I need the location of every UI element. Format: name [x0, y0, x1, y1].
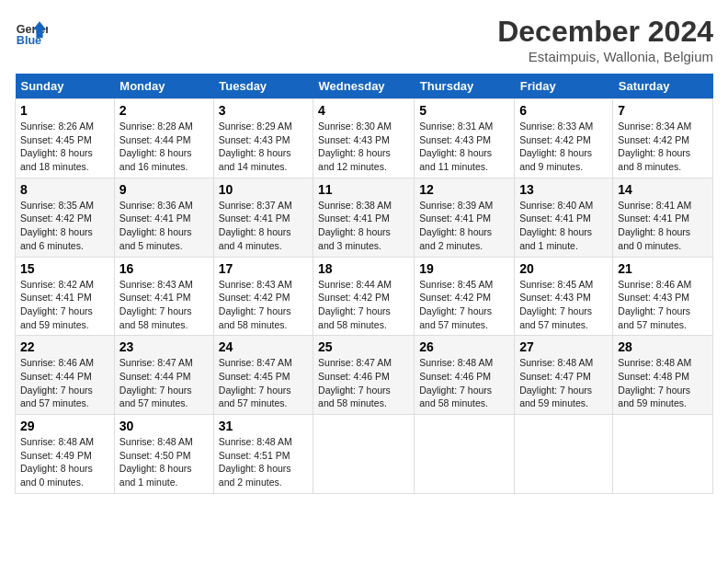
day-number: 5 [419, 103, 509, 118]
day-number: 29 [20, 419, 109, 433]
day-number: 18 [318, 261, 409, 276]
day-info: Sunrise: 8:48 AMSunset: 4:46 PMDaylight:… [419, 357, 493, 408]
day-number: 22 [20, 339, 109, 354]
calendar-cell: 14 Sunrise: 8:41 AMSunset: 4:41 PMDaylig… [613, 178, 713, 257]
day-number: 19 [419, 261, 509, 276]
day-number: 27 [519, 339, 608, 354]
day-info: Sunrise: 8:48 AMSunset: 4:51 PMDaylight:… [219, 436, 292, 488]
header-saturday: Saturday [613, 74, 713, 99]
day-info: Sunrise: 8:48 AMSunset: 4:47 PMDaylight:… [519, 357, 593, 408]
calendar-cell: 27 Sunrise: 8:48 AMSunset: 4:47 PMDaylig… [515, 336, 613, 415]
calendar-cell: 30 Sunrise: 8:48 AMSunset: 4:50 PMDaylig… [114, 415, 213, 494]
calendar-cell: 31 Sunrise: 8:48 AMSunset: 4:51 PMDaylig… [213, 415, 313, 494]
day-info: Sunrise: 8:44 AMSunset: 4:42 PMDaylight:… [318, 279, 392, 330]
header-tuesday: Tuesday [213, 74, 313, 99]
calendar-table: SundayMondayTuesdayWednesdayThursdayFrid… [15, 74, 713, 494]
calendar-cell: 5 Sunrise: 8:31 AMSunset: 4:43 PMDayligh… [415, 99, 515, 178]
day-info: Sunrise: 8:46 AMSunset: 4:44 PMDaylight:… [20, 357, 94, 408]
calendar-cell [415, 415, 515, 494]
day-info: Sunrise: 8:45 AMSunset: 4:43 PMDaylight:… [519, 279, 593, 330]
calendar-cell: 7 Sunrise: 8:34 AMSunset: 4:42 PMDayligh… [613, 99, 713, 178]
calendar-cell: 11 Sunrise: 8:38 AMSunset: 4:41 PMDaylig… [313, 178, 415, 257]
logo: General Blue [15, 15, 48, 48]
header-friday: Friday [515, 74, 613, 99]
calendar-cell: 18 Sunrise: 8:44 AMSunset: 4:42 PMDaylig… [313, 257, 415, 336]
calendar-cell: 15 Sunrise: 8:42 AMSunset: 4:41 PMDaylig… [16, 257, 115, 336]
day-number: 31 [219, 419, 308, 433]
day-info: Sunrise: 8:39 AMSunset: 4:41 PMDaylight:… [419, 200, 493, 251]
calendar-cell: 3 Sunrise: 8:29 AMSunset: 4:43 PMDayligh… [213, 99, 313, 178]
calendar-cell [515, 415, 613, 494]
day-number: 13 [519, 182, 608, 197]
header-thursday: Thursday [415, 74, 515, 99]
day-number: 12 [419, 182, 509, 197]
day-info: Sunrise: 8:37 AMSunset: 4:41 PMDaylight:… [219, 200, 292, 251]
day-info: Sunrise: 8:28 AMSunset: 4:44 PMDaylight:… [119, 121, 193, 172]
day-number: 24 [219, 339, 308, 354]
calendar-cell: 26 Sunrise: 8:48 AMSunset: 4:46 PMDaylig… [415, 336, 515, 415]
page-header: General Blue December 2024 Estaimpuis, W… [15, 15, 713, 64]
day-info: Sunrise: 8:45 AMSunset: 4:42 PMDaylight:… [419, 279, 493, 330]
day-number: 17 [219, 261, 308, 276]
calendar-cell: 22 Sunrise: 8:46 AMSunset: 4:44 PMDaylig… [16, 336, 115, 415]
header-wednesday: Wednesday [313, 74, 415, 99]
calendar-cell: 1 Sunrise: 8:26 AMSunset: 4:45 PMDayligh… [16, 99, 115, 178]
day-info: Sunrise: 8:46 AMSunset: 4:43 PMDaylight:… [618, 279, 691, 330]
day-number: 23 [119, 339, 209, 354]
day-info: Sunrise: 8:26 AMSunset: 4:45 PMDaylight:… [20, 121, 94, 172]
calendar-cell: 25 Sunrise: 8:47 AMSunset: 4:46 PMDaylig… [313, 336, 415, 415]
day-info: Sunrise: 8:43 AMSunset: 4:41 PMDaylight:… [119, 279, 193, 330]
calendar-cell [613, 415, 713, 494]
calendar-cell: 20 Sunrise: 8:45 AMSunset: 4:43 PMDaylig… [515, 257, 613, 336]
day-number: 2 [119, 103, 209, 118]
day-number: 3 [219, 103, 308, 118]
day-info: Sunrise: 8:31 AMSunset: 4:43 PMDaylight:… [419, 121, 493, 172]
calendar-cell: 2 Sunrise: 8:28 AMSunset: 4:44 PMDayligh… [114, 99, 213, 178]
day-number: 11 [318, 182, 409, 197]
day-info: Sunrise: 8:29 AMSunset: 4:43 PMDaylight:… [219, 121, 292, 172]
day-number: 9 [119, 182, 209, 197]
day-info: Sunrise: 8:41 AMSunset: 4:41 PMDaylight:… [618, 200, 691, 251]
day-info: Sunrise: 8:43 AMSunset: 4:42 PMDaylight:… [219, 279, 292, 330]
calendar-cell: 9 Sunrise: 8:36 AMSunset: 4:41 PMDayligh… [114, 178, 213, 257]
calendar-cell: 19 Sunrise: 8:45 AMSunset: 4:42 PMDaylig… [415, 257, 515, 336]
day-info: Sunrise: 8:33 AMSunset: 4:42 PMDaylight:… [519, 121, 593, 172]
day-number: 20 [519, 261, 608, 276]
day-number: 25 [318, 339, 409, 354]
calendar-week-row: 15 Sunrise: 8:42 AMSunset: 4:41 PMDaylig… [16, 257, 713, 336]
header-sunday: Sunday [16, 74, 115, 99]
day-info: Sunrise: 8:35 AMSunset: 4:42 PMDaylight:… [20, 200, 94, 251]
calendar-cell: 13 Sunrise: 8:40 AMSunset: 4:41 PMDaylig… [515, 178, 613, 257]
day-info: Sunrise: 8:47 AMSunset: 4:45 PMDaylight:… [219, 357, 292, 408]
day-info: Sunrise: 8:47 AMSunset: 4:46 PMDaylight:… [318, 357, 392, 408]
day-info: Sunrise: 8:34 AMSunset: 4:42 PMDaylight:… [618, 121, 691, 172]
calendar-week-row: 1 Sunrise: 8:26 AMSunset: 4:45 PMDayligh… [16, 99, 713, 178]
day-info: Sunrise: 8:30 AMSunset: 4:43 PMDaylight:… [318, 121, 392, 172]
calendar-cell: 12 Sunrise: 8:39 AMSunset: 4:41 PMDaylig… [415, 178, 515, 257]
day-number: 15 [20, 261, 109, 276]
day-number: 1 [20, 103, 109, 118]
calendar-week-row: 8 Sunrise: 8:35 AMSunset: 4:42 PMDayligh… [16, 178, 713, 257]
calendar-cell: 6 Sunrise: 8:33 AMSunset: 4:42 PMDayligh… [515, 99, 613, 178]
day-number: 4 [318, 103, 409, 118]
day-number: 6 [519, 103, 608, 118]
calendar-week-row: 29 Sunrise: 8:48 AMSunset: 4:49 PMDaylig… [16, 415, 713, 494]
title-block: December 2024 Estaimpuis, Wallonia, Belg… [497, 15, 713, 64]
day-info: Sunrise: 8:48 AMSunset: 4:48 PMDaylight:… [618, 357, 691, 408]
calendar-cell: 23 Sunrise: 8:47 AMSunset: 4:44 PMDaylig… [114, 336, 213, 415]
day-number: 26 [419, 339, 509, 354]
day-info: Sunrise: 8:38 AMSunset: 4:41 PMDaylight:… [318, 200, 392, 251]
day-info: Sunrise: 8:40 AMSunset: 4:41 PMDaylight:… [519, 200, 593, 251]
header-monday: Monday [114, 74, 213, 99]
subtitle: Estaimpuis, Wallonia, Belgium [497, 49, 713, 64]
day-info: Sunrise: 8:36 AMSunset: 4:41 PMDaylight:… [119, 200, 193, 251]
day-number: 21 [618, 261, 708, 276]
main-title: December 2024 [497, 15, 713, 49]
calendar-cell: 16 Sunrise: 8:43 AMSunset: 4:41 PMDaylig… [114, 257, 213, 336]
day-number: 28 [618, 339, 708, 354]
day-number: 7 [618, 103, 708, 118]
day-number: 8 [20, 182, 109, 197]
calendar-cell: 21 Sunrise: 8:46 AMSunset: 4:43 PMDaylig… [613, 257, 713, 336]
day-number: 30 [119, 419, 209, 433]
logo-icon: General Blue [15, 15, 48, 48]
